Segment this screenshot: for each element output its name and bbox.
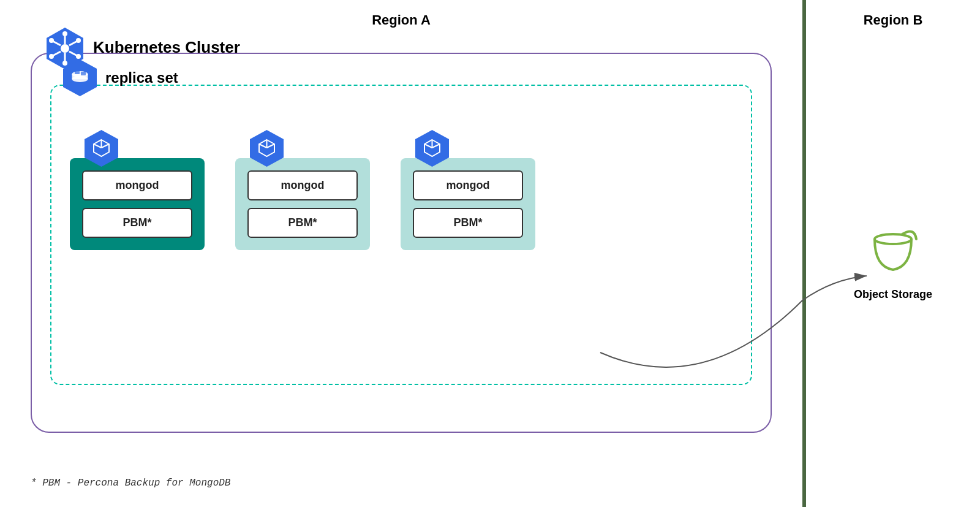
object-storage-label: Object Storage [854, 288, 932, 301]
pod-1-mongod: mongod [82, 170, 192, 200]
pod-2-secondary: mongod PBM* [235, 129, 370, 250]
pod-2-content: mongod PBM* [235, 158, 370, 250]
pod-3-secondary: mongod PBM* [401, 129, 535, 250]
pod-1-icon [82, 129, 121, 167]
replica-set-icon-label: replica set [61, 58, 178, 97]
pod-1-content: mongod PBM* [70, 158, 205, 250]
svg-point-11 [76, 38, 81, 43]
replica-set-label: replica set [105, 69, 178, 86]
pod-3-pbm: PBM* [413, 208, 523, 238]
svg-marker-26 [250, 130, 284, 167]
pod-3-icon [413, 129, 451, 167]
pods-row: mongod PBM* [70, 123, 733, 250]
replica-set-box: replica set [50, 85, 752, 385]
svg-point-8 [62, 31, 67, 36]
svg-rect-20 [81, 72, 86, 75]
pod-3-mongod: mongod [413, 170, 523, 200]
svg-rect-19 [75, 71, 80, 74]
object-storage-container: Object Storage [854, 221, 932, 301]
region-b: Region B Object Storage [802, 0, 980, 507]
svg-point-12 [49, 54, 54, 59]
region-a: Region A [0, 0, 802, 507]
pod-2-icon [247, 129, 286, 167]
footnote: * PBM - Percona Backup for MongoDB [31, 478, 230, 489]
svg-marker-21 [85, 130, 118, 167]
object-storage-bucket-icon [862, 221, 924, 282]
svg-point-10 [49, 38, 54, 43]
pod-1-pbm: PBM* [82, 208, 192, 238]
replica-set-icon [61, 58, 99, 97]
kubernetes-cluster-label: Kubernetes Cluster [93, 38, 240, 57]
diagram-container: Region A [0, 0, 980, 507]
svg-point-17 [72, 76, 88, 82]
region-b-title: Region B [806, 12, 980, 28]
svg-marker-31 [415, 130, 449, 167]
pod-1-primary: mongod PBM* [70, 129, 205, 250]
kubernetes-cluster-box: Kubernetes Cluster [31, 53, 772, 433]
svg-point-37 [875, 234, 911, 244]
pod-3-content: mongod PBM* [401, 158, 535, 250]
svg-point-1 [61, 44, 69, 53]
pod-2-pbm: PBM* [247, 208, 358, 238]
pod-2-mongod: mongod [247, 170, 358, 200]
